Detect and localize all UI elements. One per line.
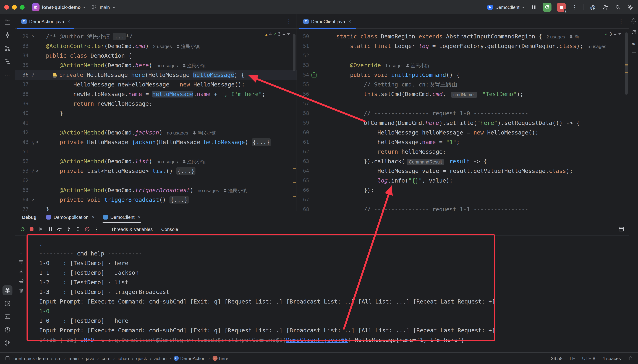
warning-stripe-mark[interactable] bbox=[293, 196, 296, 197]
console-line[interactable]: ---------- cmd help ---------- bbox=[39, 249, 629, 258]
step-out-icon[interactable] bbox=[73, 224, 83, 234]
layout-settings-icon[interactable] bbox=[617, 224, 626, 234]
breadcrumb-item[interactable]: com bbox=[102, 356, 110, 361]
close-icon[interactable]: × bbox=[348, 18, 351, 24]
structure-tool-icon[interactable] bbox=[2, 56, 12, 66]
console-line[interactable]: 1-1 : [TestDemo] - Jackson bbox=[39, 268, 629, 278]
code-line-53[interactable]: 53@> private List<HelloMessage> list() {… bbox=[15, 166, 297, 176]
code-line-51[interactable]: 51 bbox=[15, 147, 297, 156]
code-line-65[interactable]: 65 log.info("{}", value); bbox=[297, 176, 629, 186]
step-over-icon[interactable] bbox=[55, 224, 64, 234]
code-line-41[interactable]: 41 bbox=[15, 118, 297, 128]
debug-tab-demoapplication[interactable]: DemoApplication× bbox=[42, 211, 99, 223]
code-line-64[interactable]: 64> private void triggerBroadcast() {...… bbox=[15, 195, 297, 204]
code-line-56[interactable]: 56 this.setCmd(DemoCmd.cmd, cmdName: "Te… bbox=[297, 89, 629, 99]
close-window-button[interactable] bbox=[4, 5, 9, 10]
breadcrumb-item[interactable]: quick bbox=[136, 356, 147, 361]
breadcrumb-item[interactable]: iohao bbox=[118, 356, 129, 361]
pause-program-icon[interactable] bbox=[46, 224, 55, 234]
version-control-tool-icon[interactable] bbox=[2, 338, 12, 348]
code-line-35[interactable]: 35 @ActionMethod(DemoCmd.here)no usages渔… bbox=[15, 60, 297, 70]
tab-options-icon[interactable]: ⋮ bbox=[283, 18, 294, 24]
code-line-57[interactable]: 57 bbox=[297, 99, 629, 108]
code-line-50[interactable]: 50 static class DemoRegion extends Abstr… bbox=[297, 32, 629, 41]
code-line-64[interactable]: 64 HelloMessage value = result.getValue(… bbox=[297, 166, 629, 176]
zoom-window-button[interactable] bbox=[20, 5, 25, 10]
fold-gutter-icon[interactable]: > bbox=[32, 195, 34, 204]
terminal-tool-icon[interactable] bbox=[2, 312, 12, 322]
code-line-62[interactable]: 62 bbox=[15, 176, 297, 186]
warning-stripe-mark[interactable] bbox=[625, 64, 628, 66]
scroll-to-end-icon[interactable] bbox=[18, 268, 24, 274]
code-with-me-icon[interactable] bbox=[602, 3, 609, 12]
breadcrumb-class[interactable]: CDemoAction bbox=[174, 356, 206, 361]
clear-console-trash-icon[interactable] bbox=[18, 287, 24, 294]
jump-down-icon[interactable]: ↓ bbox=[20, 249, 22, 255]
close-icon[interactable]: × bbox=[68, 18, 70, 24]
notifications-bell-icon[interactable] bbox=[630, 18, 636, 24]
step-into-icon[interactable] bbox=[64, 224, 73, 234]
code-line-33[interactable]: 33@ActionController(DemoCmd.cmd)2 usages… bbox=[15, 41, 297, 51]
workspace-icon[interactable] bbox=[5, 356, 10, 361]
console-line[interactable]: 1-3 : [TestDemo] - triggerBroadcast bbox=[39, 287, 629, 297]
console-source-link[interactable]: DemoClient.java:65 bbox=[286, 336, 348, 343]
editor-demoaction[interactable]: 29>/** @author 渔民小镇 ...*/33@ActionContro… bbox=[15, 29, 297, 211]
project-tool-icon[interactable] bbox=[2, 17, 12, 27]
console-line[interactable]: Input Prompt: [Execute Command: cmd-subC… bbox=[39, 297, 629, 306]
rerun-debug-icon[interactable] bbox=[18, 224, 27, 234]
code-line-67[interactable]: 67 bbox=[297, 195, 629, 204]
next-problem-icon[interactable] bbox=[618, 34, 621, 35]
code-line-66[interactable]: 66 }); bbox=[297, 186, 629, 195]
breadcrumb-item[interactable]: src bbox=[55, 356, 62, 361]
services-tool-icon[interactable] bbox=[2, 298, 12, 308]
at-mentions-icon[interactable]: @ bbox=[589, 3, 596, 12]
console-line[interactable]: Input Prompt: [Execute Command: cmd-subC… bbox=[39, 326, 629, 335]
code-line-36[interactable]: 36@ private HelloMessage here(HelloMessa… bbox=[15, 70, 297, 80]
debug-tool-icon[interactable] bbox=[2, 285, 12, 295]
console-line[interactable]: 1-2 : [TestDemo] - list bbox=[39, 278, 629, 287]
at-gutter-icon[interactable]: @ bbox=[32, 137, 34, 147]
pause-program-button[interactable] bbox=[530, 3, 537, 12]
problems-tool-icon[interactable] bbox=[2, 325, 12, 335]
console-line[interactable]: 1-0 : [TestDemo] - here bbox=[39, 258, 629, 268]
code-line-77[interactable]: 77} bbox=[15, 204, 297, 211]
warning-stripe-mark[interactable] bbox=[625, 72, 628, 73]
prev-problem-icon[interactable] bbox=[282, 34, 285, 35]
run-config-widget[interactable]: DemoClient bbox=[487, 4, 525, 10]
code-line-52[interactable]: 52 bbox=[297, 51, 629, 60]
breadcrumb-item[interactable]: main bbox=[69, 356, 79, 361]
code-line-52[interactable]: 52 @ActionMethod(DemoCmd.list)no usages渔… bbox=[15, 156, 297, 166]
code-line-40[interactable]: 40 } bbox=[15, 108, 297, 118]
at-gutter-icon[interactable]: @ bbox=[32, 166, 34, 176]
breadcrumb-item[interactable]: java bbox=[86, 356, 95, 361]
intention-bulb-icon[interactable] bbox=[53, 72, 57, 78]
print-icon[interactable] bbox=[18, 278, 24, 284]
caret-position[interactable]: 36:58 bbox=[551, 356, 562, 361]
jump-up-icon[interactable]: ↑ bbox=[20, 239, 22, 246]
tab-options-icon[interactable]: ⋮ bbox=[615, 18, 626, 24]
project-widget[interactable]: ID ionet-quick-demo bbox=[32, 3, 86, 11]
code-line-63[interactable]: 63 }).callback(CommandResult result -> { bbox=[297, 156, 629, 166]
inspections-widget[interactable]: ▲ 4 ✓ 3 bbox=[264, 31, 292, 37]
mute-breakpoints-icon[interactable] bbox=[83, 224, 92, 234]
code-line-29[interactable]: 29>/** @author 渔民小镇 ...*/ bbox=[15, 32, 297, 41]
code-line-62[interactable]: 62 return helloMessage; bbox=[297, 147, 629, 156]
toolbar-more-icon[interactable]: ⋮ bbox=[92, 224, 101, 234]
console-line[interactable]: . bbox=[39, 239, 629, 249]
code-line-39[interactable]: 39 return newHelloMessage; bbox=[15, 99, 297, 108]
search-icon[interactable] bbox=[614, 3, 621, 12]
code-line-61[interactable]: 61 helloMessage.name = "1"; bbox=[297, 137, 629, 147]
tab-demoaction-java[interactable]: C DemoAction.java × bbox=[17, 14, 75, 28]
rerun-button[interactable] bbox=[542, 3, 551, 12]
code-line-59[interactable]: 59 ofCommand(DemoCmd.here).setTitle("her… bbox=[297, 118, 629, 128]
code-line-42[interactable]: 42 @ActionMethod(DemoCmd.jackson)no usag… bbox=[15, 128, 297, 137]
line-ending[interactable]: LF bbox=[570, 356, 575, 361]
resume-program-icon[interactable] bbox=[36, 224, 46, 234]
code-line-58[interactable]: 58 // ---------------- request 1-0 -----… bbox=[297, 108, 629, 118]
fold-gutter-icon[interactable]: > bbox=[32, 32, 34, 41]
inspections-widget[interactable]: ✓ 3 bbox=[603, 31, 623, 37]
minimize-window-button[interactable] bbox=[12, 5, 17, 10]
code-line-43[interactable]: 43@> private HelloMessage jackson(HelloM… bbox=[15, 137, 297, 147]
console-output[interactable]: .---------- cmd help ----------1-0 : [Te… bbox=[27, 236, 629, 352]
view-tab-console[interactable]: Console bbox=[157, 223, 183, 235]
